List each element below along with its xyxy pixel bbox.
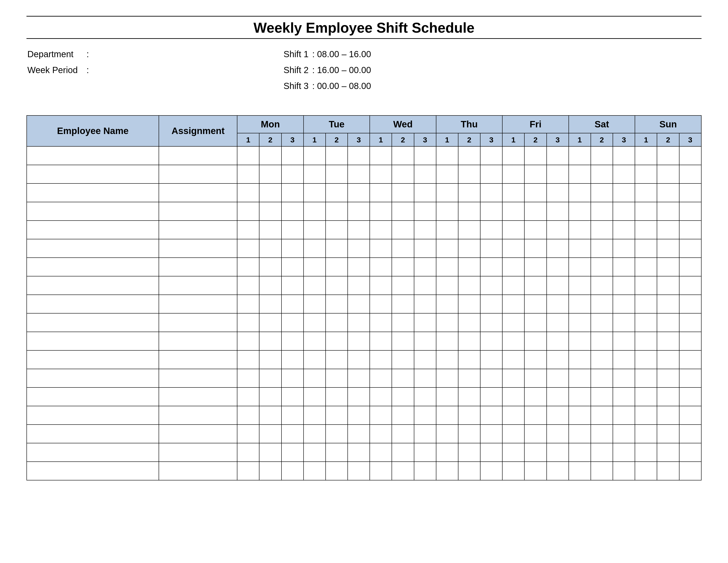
table-cell[interactable] [281, 462, 304, 480]
table-cell[interactable] [304, 351, 326, 369]
table-cell[interactable] [657, 165, 679, 183]
table-cell[interactable] [547, 388, 569, 406]
table-cell[interactable] [237, 220, 259, 239]
table-cell[interactable] [392, 369, 414, 388]
table-cell[interactable] [635, 146, 657, 165]
table-cell[interactable] [370, 388, 392, 406]
table-cell[interactable] [502, 425, 524, 443]
table-cell[interactable] [281, 258, 304, 276]
table-cell[interactable] [613, 369, 635, 388]
table-cell[interactable] [27, 146, 159, 165]
table-cell[interactable] [259, 462, 281, 480]
table-cell[interactable] [304, 443, 326, 462]
table-cell[interactable] [591, 313, 613, 332]
table-cell[interactable] [281, 388, 304, 406]
table-cell[interactable] [480, 406, 502, 425]
table-cell[interactable] [348, 276, 370, 295]
table-cell[interactable] [370, 276, 392, 295]
table-cell[interactable] [591, 165, 613, 183]
table-cell[interactable] [392, 351, 414, 369]
table-cell[interactable] [569, 258, 591, 276]
table-cell[interactable] [635, 332, 657, 351]
table-cell[interactable] [414, 258, 436, 276]
table-cell[interactable] [326, 369, 348, 388]
table-cell[interactable] [370, 220, 392, 239]
table-cell[interactable] [591, 220, 613, 239]
table-cell[interactable] [370, 443, 392, 462]
table-cell[interactable] [414, 146, 436, 165]
table-cell[interactable] [679, 351, 701, 369]
table-cell[interactable] [326, 313, 348, 332]
table-cell[interactable] [524, 295, 546, 313]
table-cell[interactable] [591, 332, 613, 351]
table-cell[interactable] [259, 351, 281, 369]
table-cell[interactable] [458, 220, 480, 239]
table-cell[interactable] [524, 239, 546, 258]
table-cell[interactable] [458, 332, 480, 351]
table-cell[interactable] [392, 220, 414, 239]
table-cell[interactable] [524, 351, 546, 369]
table-cell[interactable] [679, 146, 701, 165]
table-cell[interactable] [635, 165, 657, 183]
table-cell[interactable] [458, 462, 480, 480]
table-cell[interactable] [613, 313, 635, 332]
table-cell[interactable] [348, 202, 370, 220]
table-cell[interactable] [159, 462, 237, 480]
table-cell[interactable] [635, 295, 657, 313]
table-cell[interactable] [27, 443, 159, 462]
table-cell[interactable] [348, 239, 370, 258]
table-cell[interactable] [259, 369, 281, 388]
table-cell[interactable] [259, 388, 281, 406]
table-cell[interactable] [657, 443, 679, 462]
table-cell[interactable] [502, 369, 524, 388]
table-cell[interactable] [414, 202, 436, 220]
table-cell[interactable] [326, 276, 348, 295]
table-cell[interactable] [480, 443, 502, 462]
table-cell[interactable] [524, 202, 546, 220]
table-cell[interactable] [502, 462, 524, 480]
table-cell[interactable] [392, 202, 414, 220]
table-cell[interactable] [524, 462, 546, 480]
table-cell[interactable] [237, 388, 259, 406]
table-cell[interactable] [414, 369, 436, 388]
table-cell[interactable] [237, 165, 259, 183]
table-cell[interactable] [326, 351, 348, 369]
table-cell[interactable] [304, 369, 326, 388]
table-cell[interactable] [547, 258, 569, 276]
table-cell[interactable] [392, 313, 414, 332]
table-cell[interactable] [392, 443, 414, 462]
table-cell[interactable] [613, 295, 635, 313]
table-cell[interactable] [502, 295, 524, 313]
table-cell[interactable] [259, 406, 281, 425]
table-cell[interactable] [679, 332, 701, 351]
table-cell[interactable] [657, 183, 679, 202]
table-cell[interactable] [480, 388, 502, 406]
table-cell[interactable] [635, 388, 657, 406]
table-cell[interactable] [657, 313, 679, 332]
table-cell[interactable] [159, 239, 237, 258]
table-cell[interactable] [569, 295, 591, 313]
table-cell[interactable] [569, 239, 591, 258]
table-cell[interactable] [679, 443, 701, 462]
table-cell[interactable] [679, 406, 701, 425]
table-cell[interactable] [502, 443, 524, 462]
table-cell[interactable] [436, 332, 458, 351]
table-cell[interactable] [480, 239, 502, 258]
table-cell[interactable] [569, 313, 591, 332]
table-cell[interactable] [436, 220, 458, 239]
table-cell[interactable] [326, 388, 348, 406]
table-cell[interactable] [591, 295, 613, 313]
table-cell[interactable] [613, 388, 635, 406]
table-cell[interactable] [27, 388, 159, 406]
table-cell[interactable] [159, 406, 237, 425]
table-cell[interactable] [27, 425, 159, 443]
table-cell[interactable] [436, 258, 458, 276]
table-cell[interactable] [524, 165, 546, 183]
table-cell[interactable] [304, 239, 326, 258]
table-cell[interactable] [326, 295, 348, 313]
table-cell[interactable] [524, 183, 546, 202]
table-cell[interactable] [502, 276, 524, 295]
table-cell[interactable] [392, 258, 414, 276]
table-cell[interactable] [613, 146, 635, 165]
table-cell[interactable] [348, 165, 370, 183]
